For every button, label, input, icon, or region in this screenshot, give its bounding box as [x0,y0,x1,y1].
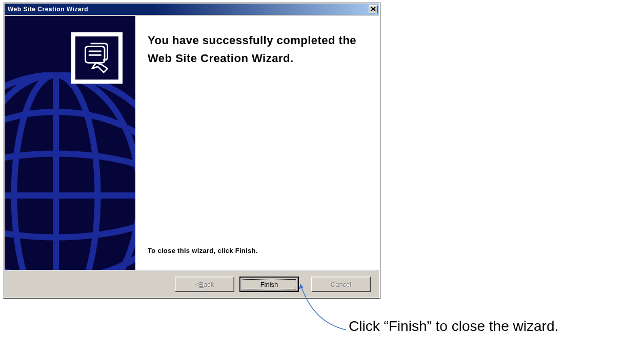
wizard-sidebar [5,16,135,270]
wizard-icon-frame [71,32,123,84]
back-label-u: B [199,281,204,288]
back-label-rest: ack [204,281,214,288]
content-area: You have successfully completed the Web … [5,16,379,270]
svg-point-4 [5,75,135,270]
title-bar: Web Site Creation Wizard [5,4,379,15]
back-button[interactable]: < Back [175,277,234,292]
window-title: Web Site Creation Wizard [8,6,88,13]
instruction-text: To close this wizard, click Finish. [148,247,364,254]
svg-point-2 [5,112,135,270]
wizard-content-panel: You have successfully completed the Web … [135,16,379,270]
annotation-text: Click “Finish” to close the wizard. [349,318,558,335]
svg-point-0 [5,75,135,270]
finish-label: Finish [260,281,278,288]
server-document-icon [82,43,112,73]
close-button[interactable] [369,5,378,13]
completion-heading: You have successfully completed the Web … [148,31,364,67]
wizard-dialog: Web Site Creation Wizard [3,2,380,299]
globe-graphic [5,72,135,270]
close-icon [371,7,376,12]
finish-button[interactable]: Finish [239,277,299,292]
back-label-prefix: < [195,281,199,288]
